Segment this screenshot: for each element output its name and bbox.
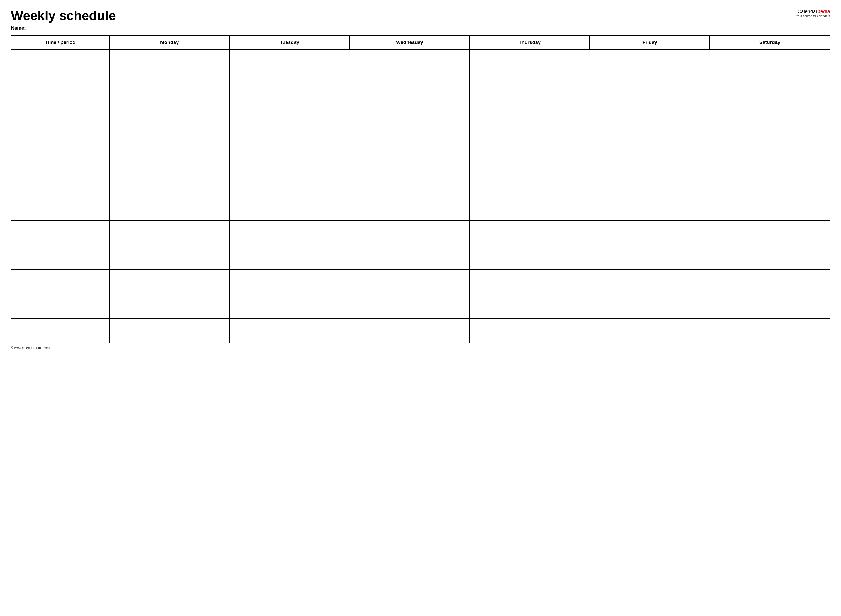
schedule-cell[interactable]	[229, 270, 350, 294]
schedule-cell[interactable]	[350, 123, 469, 147]
time-cell[interactable]	[11, 245, 109, 270]
schedule-cell[interactable]	[350, 294, 469, 318]
schedule-cell[interactable]	[470, 50, 590, 74]
logo-pedia: pedia	[817, 9, 830, 14]
schedule-cell[interactable]	[229, 294, 350, 318]
time-cell[interactable]	[11, 147, 109, 172]
schedule-cell[interactable]	[109, 196, 229, 221]
table-row	[11, 74, 830, 98]
table-row	[11, 221, 830, 245]
schedule-cell[interactable]	[229, 172, 350, 196]
schedule-cell[interactable]	[710, 172, 830, 196]
schedule-cell[interactable]	[710, 221, 830, 245]
schedule-cell[interactable]	[590, 318, 710, 343]
schedule-cell[interactable]	[109, 245, 229, 270]
table-row	[11, 318, 830, 343]
col-header-saturday: Saturday	[710, 36, 830, 50]
schedule-cell[interactable]	[590, 270, 710, 294]
schedule-cell[interactable]	[710, 270, 830, 294]
time-cell[interactable]	[11, 50, 109, 74]
schedule-cell[interactable]	[350, 196, 469, 221]
schedule-cell[interactable]	[109, 294, 229, 318]
schedule-cell[interactable]	[470, 172, 590, 196]
schedule-cell[interactable]	[710, 74, 830, 98]
schedule-cell[interactable]	[470, 74, 590, 98]
schedule-cell[interactable]	[710, 147, 830, 172]
schedule-cell[interactable]	[350, 245, 469, 270]
time-cell[interactable]	[11, 221, 109, 245]
footer: © www.calendarpedia.com	[11, 346, 830, 350]
schedule-cell[interactable]	[109, 50, 229, 74]
table-header-row: Time / period Monday Tuesday Wednesday T…	[11, 36, 830, 50]
schedule-cell[interactable]	[590, 221, 710, 245]
schedule-cell[interactable]	[109, 98, 229, 123]
schedule-cell[interactable]	[229, 50, 350, 74]
schedule-cell[interactable]	[350, 318, 469, 343]
schedule-cell[interactable]	[710, 294, 830, 318]
schedule-cell[interactable]	[590, 172, 710, 196]
schedule-cell[interactable]	[590, 294, 710, 318]
schedule-cell[interactable]	[470, 245, 590, 270]
schedule-cell[interactable]	[229, 147, 350, 172]
logo-calendar: Calendar	[797, 9, 817, 14]
time-cell[interactable]	[11, 318, 109, 343]
logo-subtitle: Your source for calendars	[796, 15, 830, 18]
time-cell[interactable]	[11, 294, 109, 318]
schedule-cell[interactable]	[470, 123, 590, 147]
schedule-cell[interactable]	[590, 147, 710, 172]
schedule-cell[interactable]	[710, 318, 830, 343]
schedule-cell[interactable]	[229, 123, 350, 147]
schedule-cell[interactable]	[590, 123, 710, 147]
schedule-cell[interactable]	[590, 74, 710, 98]
schedule-cell[interactable]	[710, 98, 830, 123]
schedule-cell[interactable]	[470, 318, 590, 343]
schedule-cell[interactable]	[710, 245, 830, 270]
schedule-cell[interactable]	[470, 196, 590, 221]
schedule-cell[interactable]	[109, 74, 229, 98]
table-row	[11, 98, 830, 123]
table-row	[11, 294, 830, 318]
schedule-cell[interactable]	[470, 294, 590, 318]
footer-url: © www.calendarpedia.com	[11, 346, 50, 350]
schedule-cell[interactable]	[470, 221, 590, 245]
schedule-cell[interactable]	[470, 147, 590, 172]
time-cell[interactable]	[11, 98, 109, 123]
schedule-cell[interactable]	[109, 270, 229, 294]
time-cell[interactable]	[11, 172, 109, 196]
schedule-cell[interactable]	[590, 98, 710, 123]
title-section: Weekly schedule	[11, 9, 116, 23]
schedule-cell[interactable]	[350, 172, 469, 196]
schedule-cell[interactable]	[470, 270, 590, 294]
schedule-cell[interactable]	[229, 318, 350, 343]
schedule-cell[interactable]	[229, 245, 350, 270]
schedule-cell[interactable]	[710, 123, 830, 147]
col-header-monday: Monday	[109, 36, 229, 50]
time-cell[interactable]	[11, 123, 109, 147]
schedule-cell[interactable]	[350, 50, 469, 74]
schedule-cell[interactable]	[109, 123, 229, 147]
table-row	[11, 172, 830, 196]
schedule-cell[interactable]	[109, 172, 229, 196]
schedule-cell[interactable]	[109, 318, 229, 343]
schedule-cell[interactable]	[229, 74, 350, 98]
name-label: Name:	[11, 25, 830, 31]
schedule-cell[interactable]	[350, 98, 469, 123]
schedule-cell[interactable]	[229, 221, 350, 245]
schedule-cell[interactable]	[350, 270, 469, 294]
schedule-cell[interactable]	[470, 98, 590, 123]
schedule-cell[interactable]	[590, 196, 710, 221]
schedule-cell[interactable]	[710, 50, 830, 74]
schedule-cell[interactable]	[229, 98, 350, 123]
schedule-cell[interactable]	[109, 147, 229, 172]
time-cell[interactable]	[11, 196, 109, 221]
time-cell[interactable]	[11, 270, 109, 294]
schedule-cell[interactable]	[350, 221, 469, 245]
time-cell[interactable]	[11, 74, 109, 98]
schedule-cell[interactable]	[229, 196, 350, 221]
schedule-cell[interactable]	[590, 245, 710, 270]
schedule-cell[interactable]	[350, 74, 469, 98]
schedule-cell[interactable]	[350, 147, 469, 172]
schedule-cell[interactable]	[590, 50, 710, 74]
schedule-cell[interactable]	[109, 221, 229, 245]
schedule-cell[interactable]	[710, 196, 830, 221]
